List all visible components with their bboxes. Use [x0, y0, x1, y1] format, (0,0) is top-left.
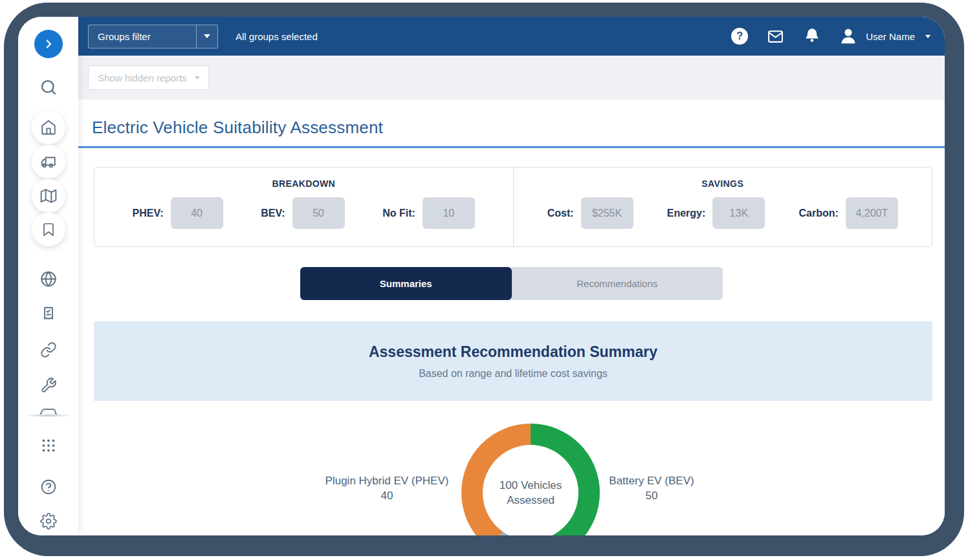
top-bar: Groups filter All groups selected ?: [78, 17, 945, 56]
help-button[interactable]: ?: [731, 28, 748, 45]
user-name-text: User Name: [866, 31, 915, 42]
show-hidden-reports-dropdown[interactable]: Show hidden reports: [88, 65, 209, 90]
view-tabs: Summaries Recommendations: [300, 267, 723, 300]
savings-panel: SAVINGS Cost: $255K Energy: 13K: [513, 167, 932, 246]
stage: Groups filter All groups selected ?: [0, 0, 968, 560]
user-chevron-down-icon: [925, 35, 930, 38]
savings-title: SAVINGS: [514, 178, 932, 189]
sidebar-fold-shadow: [23, 414, 73, 417]
title-divider: [78, 146, 945, 148]
summary-subtitle: Based on range and lifetime cost savings: [419, 368, 608, 380]
stat-bev: BEV: 50: [261, 197, 344, 229]
tab-recommendations[interactable]: Recommendations: [512, 267, 723, 300]
search-icon: [39, 78, 58, 96]
donut-chart: 100 Vehicles Assessed: [461, 424, 600, 535]
sidebar: [18, 17, 78, 535]
chart-label-phev: Plugin Hybrid EV (PHEV) 40: [303, 473, 471, 503]
report-receipt-icon: [40, 305, 57, 322]
donut-center-line1: 100 Vehicles: [500, 478, 562, 493]
map-icon: [40, 188, 57, 204]
stat-label: BEV:: [261, 208, 285, 219]
bell-icon: [803, 27, 821, 45]
link-icon: [40, 341, 57, 358]
chart-label-title: Battery EV (BEV): [587, 473, 716, 488]
stat-label: Energy:: [667, 208, 706, 219]
sidebar-item-vehicle-peek[interactable]: [37, 405, 60, 415]
stat-nofit: No Fit: 10: [382, 197, 475, 229]
groups-filter-caret-button[interactable]: [197, 25, 217, 48]
main-area: Groups filter All groups selected ?: [78, 17, 945, 535]
donut-center-line2: Assessed: [507, 493, 555, 508]
show-hidden-reports-label: Show hidden reports: [98, 72, 187, 83]
sidebar-item-settings[interactable]: [40, 513, 57, 530]
summary-banner: Assessment Recommendation Summary Based …: [94, 321, 932, 401]
wrench-icon: [40, 377, 57, 394]
sidebar-item-integrations[interactable]: [40, 341, 57, 358]
notifications-button[interactable]: [803, 27, 821, 45]
savings-row: Cost: $255K Energy: 13K Carbon: 4,200T: [514, 197, 932, 229]
sidebar-item-bookmarks[interactable]: [32, 213, 65, 246]
breakdown-row: PHEV: 40 BEV: 50 No Fit: 10: [94, 197, 513, 229]
stat-label: No Fit:: [382, 208, 415, 219]
groups-filter-dropdown[interactable]: Groups filter: [88, 25, 218, 48]
user-menu[interactable]: User Name: [839, 27, 930, 46]
stat-label: Carbon:: [798, 208, 838, 219]
chart-area: Plugin Hybrid EV (PHEV) 40 100 Vehicles …: [78, 401, 945, 535]
topbar-actions: ?: [731, 27, 930, 46]
apps-grid-icon: [40, 437, 57, 454]
globe-icon: [39, 270, 57, 288]
tab-summaries[interactable]: Summaries: [300, 267, 512, 300]
stat-value: 10: [423, 197, 475, 229]
sidebar-item-apps[interactable]: [40, 437, 57, 454]
bookmark-icon: [41, 222, 56, 237]
breakdown-panel: BREAKDOWN PHEV: 40 BEV: 50 No Fi: [94, 167, 513, 246]
groups-status-text: All groups selected: [236, 31, 318, 42]
mail-icon: [765, 28, 786, 45]
stat-carbon: Carbon: 4,200T: [798, 197, 897, 229]
stat-value: 4,200T: [846, 197, 898, 229]
stat-phev: PHEV: 40: [133, 197, 223, 229]
sidebar-item-maintenance[interactable]: [40, 377, 57, 394]
sidebar-item-vehicles[interactable]: [32, 145, 65, 178]
stat-cost: Cost: $255K: [547, 197, 633, 229]
help-circle-icon: [40, 479, 57, 495]
stat-label: Cost:: [547, 208, 574, 219]
donut-center-label: 100 Vehicles Assessed: [483, 445, 578, 535]
sidebar-item-reports[interactable]: [40, 305, 57, 322]
breakdown-title: BREAKDOWN: [94, 178, 513, 189]
gear-icon: [40, 513, 57, 530]
sidebar-expand-button[interactable]: [34, 30, 63, 58]
stat-value: 50: [292, 197, 345, 229]
chart-label-value: 50: [587, 488, 716, 503]
sidebar-item-help[interactable]: [40, 479, 57, 495]
app-window: Groups filter All groups selected ?: [18, 17, 945, 535]
home-icon: [40, 119, 57, 136]
help-icon: ?: [731, 28, 748, 45]
sidebar-item-map[interactable]: [32, 179, 65, 213]
report-toolbar: Show hidden reports: [78, 56, 945, 100]
page-title: Electric Vehicle Suitability Assessment: [92, 118, 383, 138]
report-content: Electric Vehicle Suitability Assessment …: [78, 100, 945, 535]
sidebar-item-search[interactable]: [39, 78, 58, 96]
chevron-down-icon: [204, 34, 210, 38]
chart-label-bev: Battery EV (BEV) 50: [587, 473, 716, 503]
chevron-right-icon: [43, 38, 54, 50]
mail-button[interactable]: [765, 28, 786, 45]
truck-icon: [40, 153, 57, 170]
stat-value: 40: [171, 197, 223, 229]
stat-value: $255K: [581, 197, 633, 229]
stat-label: PHEV:: [133, 208, 164, 219]
user-avatar-icon: [839, 27, 858, 46]
summary-panels: BREAKDOWN PHEV: 40 BEV: 50 No Fi: [94, 167, 932, 247]
sidebar-item-home[interactable]: [32, 111, 65, 144]
chart-label-title: Plugin Hybrid EV (PHEV): [303, 473, 471, 488]
chevron-down-icon: [195, 76, 200, 80]
sidebar-item-globe[interactable]: [39, 270, 57, 288]
stat-value: 13K: [712, 197, 765, 229]
stat-energy: Energy: 13K: [667, 197, 765, 229]
groups-filter-label: Groups filter: [89, 25, 196, 48]
chart-label-value: 40: [303, 488, 471, 503]
car-icon: [37, 405, 59, 415]
summary-title: Assessment Recommendation Summary: [369, 343, 657, 361]
